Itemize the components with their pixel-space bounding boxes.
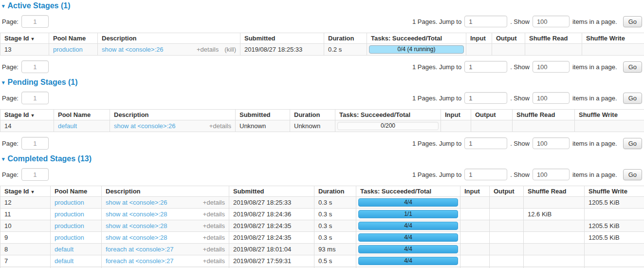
description-link[interactable]: show at <console>:28	[106, 211, 167, 218]
column-header-duration[interactable]: Duration	[290, 110, 335, 120]
pending-stages-header[interactable]: ▾ Pending Stages (1)	[2, 78, 644, 87]
page-input[interactable]	[21, 92, 49, 104]
stage-id-cell: 7	[0, 255, 51, 267]
pagination-bar: Page: 1 Pages. Jump to . Show items in a…	[0, 136, 644, 150]
jump-to-input[interactable]	[464, 137, 507, 149]
output-cell	[490, 209, 524, 220]
pool-name-link[interactable]: production	[55, 199, 84, 206]
jump-to-input[interactable]	[464, 61, 507, 73]
go-button[interactable]: Go	[623, 93, 642, 104]
jump-to-input[interactable]	[464, 16, 507, 27]
details-link[interactable]: +details	[203, 246, 225, 253]
pool-name-link[interactable]: production	[55, 222, 84, 230]
description-link[interactable]: show at <console>:26	[114, 122, 175, 130]
output-cell	[490, 197, 524, 209]
details-link[interactable]: +details	[203, 257, 225, 265]
input-cell	[460, 197, 490, 209]
column-header-input[interactable]: Input	[460, 186, 490, 197]
column-header-description[interactable]: Description	[110, 110, 236, 120]
show-label: . Show	[510, 63, 530, 71]
tasks-cell: 0/4 (4 running)	[367, 44, 466, 56]
page-input[interactable]	[21, 60, 49, 73]
description-link[interactable]: show at <console>:26	[106, 199, 167, 206]
details-link[interactable]: +details	[209, 122, 231, 130]
details-link[interactable]: +details	[203, 222, 225, 230]
column-header-shuffle-read[interactable]: Shuffle Read	[513, 110, 575, 120]
stage-id-cell: 13	[0, 44, 49, 56]
description-actions: +details	[203, 246, 225, 253]
column-header-shuffle-read[interactable]: Shuffle Read	[525, 33, 582, 44]
column-header-description[interactable]: Description	[98, 33, 240, 44]
pool-name-link[interactable]: default	[58, 122, 77, 130]
description-link[interactable]: foreach at <console>:27	[106, 246, 174, 253]
column-header-pool-name[interactable]: Pool Name	[51, 186, 102, 197]
column-header-description[interactable]: Description	[102, 186, 229, 197]
pool-name-link[interactable]: production	[55, 234, 84, 241]
pool-name-link[interactable]: production	[53, 46, 83, 53]
show-input[interactable]	[533, 137, 570, 149]
column-header-output[interactable]: Output	[490, 186, 524, 197]
column-header-input[interactable]: Input	[466, 33, 492, 44]
jump-to-input[interactable]	[464, 92, 507, 104]
column-header-stage-id[interactable]: Stage Id▾	[0, 33, 49, 44]
pool-name-link[interactable]: default	[55, 246, 74, 253]
column-header-pool-name[interactable]: Pool Name	[49, 33, 98, 44]
stage-id-cell: 10	[0, 220, 51, 232]
task-progress-bar: 4/4	[358, 257, 458, 265]
description-link[interactable]: show at <console>:26	[102, 46, 163, 53]
description-link[interactable]: foreach at <console>:27	[106, 257, 174, 265]
column-header-shuffle-read[interactable]: Shuffle Read	[524, 186, 585, 197]
details-link[interactable]: +details	[203, 211, 225, 218]
items-label: items in a page.	[572, 140, 617, 147]
task-progress-label: 4/4	[404, 199, 412, 206]
go-button[interactable]: Go	[623, 169, 642, 180]
column-header-stage-id[interactable]: Stage Id▾	[0, 110, 54, 120]
go-button[interactable]: Go	[623, 16, 642, 27]
column-header-tasks-succeeded-total[interactable]: Tasks: Succeeded/Total	[335, 110, 441, 120]
kill-link[interactable]: (kill)	[224, 46, 236, 53]
details-link[interactable]: +details	[203, 199, 225, 206]
description-link[interactable]: show at <console>:28	[106, 234, 167, 241]
column-header-duration[interactable]: Duration	[314, 186, 356, 197]
page-input[interactable]	[21, 137, 49, 150]
details-link[interactable]: +details	[203, 234, 225, 241]
column-header-submitted[interactable]: Submitted	[236, 110, 290, 120]
go-button[interactable]: Go	[623, 138, 642, 149]
column-header-tasks-succeeded-total[interactable]: Tasks: Succeeded/Total	[367, 33, 466, 44]
column-header-shuffle-write[interactable]: Shuffle Write	[582, 33, 644, 44]
show-input[interactable]	[533, 169, 570, 180]
stage-id-cell: 12	[0, 197, 51, 209]
completed-stages-header[interactable]: ▾ Completed Stages (13)	[2, 154, 644, 163]
column-header-shuffle-write[interactable]: Shuffle Write	[585, 186, 644, 197]
description-wrap: foreach at <console>:27+details	[106, 246, 225, 253]
show-input[interactable]	[533, 16, 570, 27]
column-header-output[interactable]: Output	[471, 110, 513, 120]
pool-name-link[interactable]: default	[55, 257, 74, 265]
column-header-submitted[interactable]: Submitted	[240, 33, 324, 44]
jump-to-input[interactable]	[464, 169, 507, 180]
column-header-input[interactable]: Input	[441, 110, 471, 120]
column-header-submitted[interactable]: Submitted	[229, 186, 314, 197]
pool-name-link[interactable]: production	[55, 211, 84, 218]
input-cell	[460, 220, 490, 232]
header-row: Stage Id▾Pool NameDescriptionSubmittedDu…	[0, 33, 644, 44]
table-row: 11productionshow at <console>:28+details…	[0, 209, 644, 220]
shuffle-write-cell	[582, 44, 644, 56]
table-row: 13productionshow at <console>:26+details…	[0, 44, 644, 56]
page-input[interactable]	[21, 15, 49, 28]
items-label: items in a page.	[572, 171, 617, 178]
column-header-tasks-succeeded-total[interactable]: Tasks: Succeeded/Total	[356, 186, 460, 197]
description-link[interactable]: show at <console>:28	[106, 222, 167, 230]
column-header-shuffle-write[interactable]: Shuffle Write	[575, 110, 644, 120]
column-header-output[interactable]: Output	[492, 33, 525, 44]
show-input[interactable]	[533, 61, 570, 73]
page-input[interactable]	[21, 168, 49, 181]
show-input[interactable]	[533, 92, 570, 104]
go-button[interactable]: Go	[623, 61, 642, 73]
details-link[interactable]: +details	[197, 46, 219, 53]
active-stages-header[interactable]: ▾ Active Stages (1)	[2, 1, 644, 10]
column-header-pool-name[interactable]: Pool Name	[54, 110, 110, 120]
column-header-duration[interactable]: Duration	[324, 33, 367, 44]
column-header-stage-id[interactable]: Stage Id▾	[0, 186, 51, 197]
description-actions: +details	[203, 199, 225, 206]
